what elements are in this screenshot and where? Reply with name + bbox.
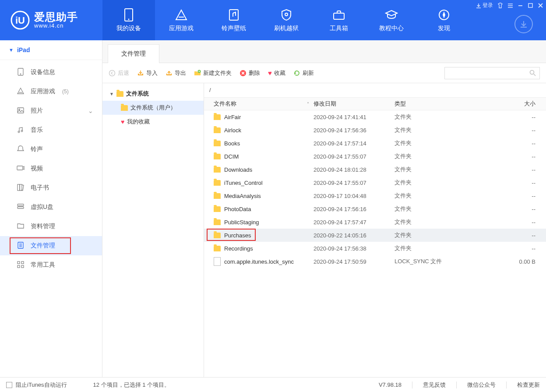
folder-icon xyxy=(214,233,221,238)
export-button[interactable]: 导出 xyxy=(166,69,186,77)
login-button[interactable]: 登录 xyxy=(476,2,493,9)
search-icon xyxy=(529,70,536,76)
sidebar-item-8[interactable]: 资料管理 xyxy=(0,217,102,236)
topnav-toolbox[interactable]: 工具箱 xyxy=(313,0,365,40)
sidebar-item-7[interactable]: 虚拟U盘 xyxy=(0,198,102,217)
sidebar-item-0[interactable]: 设备信息 xyxy=(0,63,102,82)
search-input[interactable] xyxy=(444,67,540,79)
col-size-header[interactable]: 大小 xyxy=(482,100,546,108)
sidebar-item-3[interactable]: 音乐 xyxy=(0,120,102,140)
file-type: 文件夹 xyxy=(395,179,482,187)
col-date-header[interactable]: 修改日期 xyxy=(314,100,395,108)
sidebar-label: 虚拟U盘 xyxy=(31,203,53,211)
sidebar-item-5[interactable]: 视频 xyxy=(0,159,102,178)
file-row[interactable]: iTunes_Control2020-09-24 17:55:07文件夹-- xyxy=(204,176,546,189)
menu-icon[interactable] xyxy=(507,3,513,8)
newfolder-button[interactable]: 新建文件夹 xyxy=(194,69,232,77)
back-button[interactable]: 后退 xyxy=(109,69,129,77)
col-type-header[interactable]: 类型 xyxy=(395,100,482,108)
path-bar[interactable]: / xyxy=(204,83,546,97)
file-row[interactable]: PublicStaging2020-09-24 17:57:47文件夹-- xyxy=(204,215,546,229)
file-list-pane: / 文件名称 ˄ 修改日期 类型 大小 AirFair2020-09-24 17… xyxy=(204,83,546,377)
favorite-button[interactable]: ♥ 收藏 xyxy=(268,69,285,77)
status-bar: 阻止iTunes自动运行 12 个项目，已选择 1 个项目。 V7.98.18 … xyxy=(0,377,546,392)
topnav-label: 铃声壁纸 xyxy=(222,25,246,32)
folder-icon xyxy=(214,246,221,251)
file-row[interactable]: DCIM2020-09-24 17:55:07文件夹-- xyxy=(204,150,546,163)
back-icon xyxy=(109,70,116,77)
topnav-mydevice[interactable]: 我的设备 xyxy=(102,0,155,40)
toolbox-icon xyxy=(333,8,345,22)
file-row[interactable]: Purchases2020-09-22 14:05:16文件夹-- xyxy=(204,229,546,242)
skin-icon[interactable] xyxy=(497,3,503,8)
file-row[interactable]: PhotoData2020-09-24 17:56:16文件夹-- xyxy=(204,202,546,215)
topnav-label: 工具箱 xyxy=(330,25,348,32)
file-row[interactable]: Downloads2020-09-24 18:01:28文件夹-- xyxy=(204,163,546,176)
file-type: 文件夹 xyxy=(395,192,482,200)
topnav-ringtones[interactable]: 铃声壁纸 xyxy=(208,0,260,40)
sidebar-item-6[interactable]: 电子书 xyxy=(0,178,102,198)
tree-user-filesystem[interactable]: 文件系统（用户） xyxy=(102,101,204,115)
import-button[interactable]: 导入 xyxy=(137,69,158,77)
minimize-icon[interactable] xyxy=(518,3,523,8)
folder-icon xyxy=(214,141,221,146)
sidebar-label: 常用工具 xyxy=(31,261,55,269)
wechat-link[interactable]: 微信公众号 xyxy=(467,381,496,389)
topnav-jailbreak[interactable]: 刷机越狱 xyxy=(260,0,313,40)
file-size: 0.00 B xyxy=(482,258,546,265)
tree-favorites[interactable]: ♥ 我的收藏 xyxy=(102,115,204,129)
delete-button[interactable]: 删除 xyxy=(240,69,260,77)
file-name: Airlock xyxy=(224,127,241,134)
sidebar-item-2[interactable]: 照片⌄ xyxy=(0,101,102,120)
sidebar-icon xyxy=(17,222,25,231)
explorer: ▼ 文件系统 文件系统（用户） ♥ 我的收藏 / xyxy=(102,83,546,377)
col-name-header[interactable]: 文件名称 ˄ xyxy=(204,100,314,108)
topnav-label: 刷机越狱 xyxy=(274,25,299,32)
svg-rect-25 xyxy=(20,184,22,191)
file-date: 2020-09-24 17:57:14 xyxy=(314,140,395,147)
feedback-link[interactable]: 意见反馈 xyxy=(423,381,446,389)
tree-root[interactable]: ▼ 文件系统 xyxy=(102,87,204,101)
svg-rect-23 xyxy=(17,166,23,170)
newfolder-label: 新建文件夹 xyxy=(203,69,232,77)
file-size: -- xyxy=(482,153,546,160)
sidebar-item-9[interactable]: 文件管理 xyxy=(0,236,102,255)
folder-icon xyxy=(214,114,221,120)
maximize-icon[interactable] xyxy=(528,3,533,8)
file-row[interactable]: Airlock2020-09-24 17:56:36文件夹-- xyxy=(204,124,546,137)
sidebar-item-10[interactable]: 常用工具 xyxy=(0,255,102,275)
file-row[interactable]: Recordings2020-09-24 17:56:38文件夹-- xyxy=(204,242,546,255)
topnav-apps[interactable]: 应用游戏 xyxy=(155,0,208,40)
favorite-label: 收藏 xyxy=(274,69,285,77)
tab-file-manager[interactable]: 文件管理 xyxy=(108,44,159,63)
file-row[interactable]: MediaAnalysis2020-09-17 10:04:48文件夹-- xyxy=(204,189,546,202)
file-row[interactable]: Books2020-09-24 17:57:14文件夹-- xyxy=(204,137,546,150)
device-selector[interactable]: ▼ iPad xyxy=(0,40,102,60)
sidebar-icon xyxy=(17,106,25,116)
file-date: 2020-09-17 10:04:48 xyxy=(314,193,395,199)
file-row[interactable]: AirFair2020-09-24 17:41:41文件夹-- xyxy=(204,110,546,124)
refresh-icon xyxy=(293,70,300,77)
file-size: -- xyxy=(482,232,546,239)
block-itunes-checkbox[interactable]: 阻止iTunes自动运行 xyxy=(6,381,67,389)
file-row[interactable]: com.apple.itunes.lock_sync2020-09-24 17:… xyxy=(204,255,546,268)
svg-rect-13 xyxy=(528,4,532,7)
download-progress-icon[interactable] xyxy=(514,15,533,33)
sidebar-icon xyxy=(17,184,25,193)
chevron-down-icon: ⌄ xyxy=(88,107,93,114)
refresh-button[interactable]: 刷新 xyxy=(293,69,314,77)
topnav-discover[interactable]: 发现 xyxy=(418,0,470,40)
svg-rect-33 xyxy=(21,261,24,264)
sidebar-item-4[interactable]: 铃声 xyxy=(0,140,102,159)
sidebar-item-1[interactable]: 应用游戏(5) xyxy=(0,82,102,101)
update-link[interactable]: 检查更新 xyxy=(517,381,540,389)
file-size: -- xyxy=(482,219,546,226)
logo-area: iU 爱思助手 www.i4.cn xyxy=(0,0,102,40)
topnav-tutorials[interactable]: 教程中心 xyxy=(365,0,418,40)
file-date: 2020-09-24 17:55:07 xyxy=(314,180,395,186)
file-icon xyxy=(214,257,221,266)
file-size: -- xyxy=(482,127,546,134)
caret-down-icon: ▼ xyxy=(9,47,14,53)
app-header: iU 爱思助手 www.i4.cn 我的设备 应用游戏 铃声壁纸 xyxy=(0,0,546,40)
close-icon[interactable] xyxy=(538,3,543,8)
